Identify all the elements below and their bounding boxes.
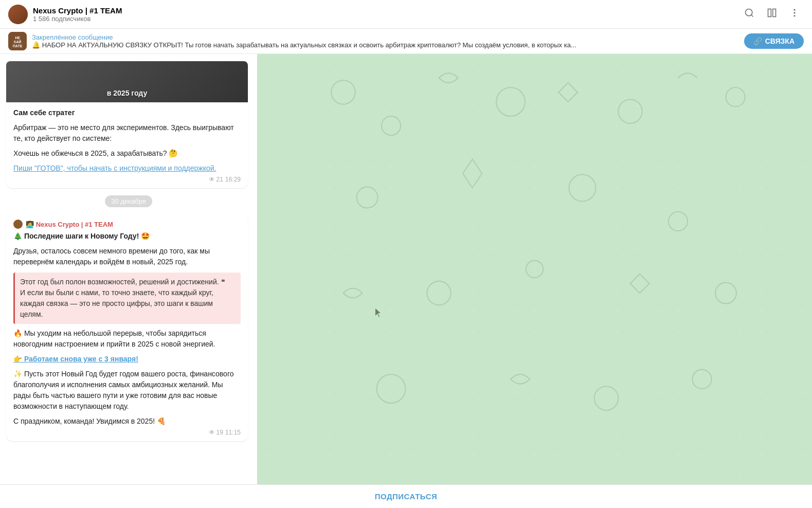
message-time-1: 16:29 xyxy=(225,176,241,183)
svg-rect-3 xyxy=(773,9,776,17)
svg-point-22 xyxy=(377,374,406,403)
svg-point-24 xyxy=(692,370,711,389)
message-views-1: 👁 21 xyxy=(209,176,223,183)
svg-point-12 xyxy=(382,116,401,135)
header-info: Nexus Crypto | #1 TEAM 1 586 подписчиков xyxy=(33,6,740,23)
doodle-svg xyxy=(257,54,812,484)
svg-point-6 xyxy=(793,15,795,16)
message-text-1: Сам себе стратег Арбитраж — это не место… xyxy=(13,107,241,174)
svg-point-14 xyxy=(618,99,642,123)
message-views-2: 👁 19 xyxy=(209,429,223,436)
pinned-text: 🔔 НАБОР НА АКТУАЛЬНУЮ СВЯЗКУ ОТКРЫТ! Ты … xyxy=(32,41,738,49)
svg-point-0 xyxy=(746,9,752,16)
sender-name-2: 👩‍💻 Nexus Crypto | #1 TEAM xyxy=(26,221,113,228)
svg-point-5 xyxy=(793,12,795,13)
svg-point-23 xyxy=(594,386,619,410)
svg-text:НЕ: НЕ xyxy=(15,36,20,40)
more-icon xyxy=(789,8,800,21)
channel-title: Nexus Crypto | #1 TEAM xyxy=(33,6,740,15)
pinned-channel-icon: НЕ ХАЙ ПАТЕ xyxy=(8,32,27,50)
svg-point-16 xyxy=(357,187,378,208)
svg-line-1 xyxy=(751,15,753,17)
subscribe-bar: ПОДПИСАТЬСЯ xyxy=(0,484,812,508)
svg-text:ПАТЕ: ПАТЕ xyxy=(13,44,23,48)
message-time-2: 11:15 xyxy=(225,429,241,436)
pinned-bar: НЕ ХАЙ ПАТЕ Закреплённое сообщение 🔔 НАБ… xyxy=(0,29,812,54)
chat-header: Nexus Crypto | #1 TEAM 1 586 подписчиков xyxy=(0,0,812,29)
message-bubble-2: 👩‍💻 Nexus Crypto | #1 TEAM 🎄 Последние ш… xyxy=(6,214,248,441)
columns-button[interactable] xyxy=(763,5,781,24)
pinned-content[interactable]: Закреплённое сообщение 🔔 НАБОР НА АКТУАЛ… xyxy=(32,33,738,49)
svg-point-11 xyxy=(331,80,355,104)
working-link[interactable]: 👉 Работаем снова уже с 3 января! xyxy=(13,355,138,363)
subscribe-button[interactable]: ПОДПИСАТЬСЯ xyxy=(375,492,438,501)
svg-point-20 xyxy=(526,261,543,278)
message-footer-2: 👁 19 11:15 xyxy=(13,429,241,436)
svg-point-21 xyxy=(715,283,736,304)
message-wrapper-2: 👩‍💻 Nexus Crypto | #1 TEAM 🎄 Последние ш… xyxy=(0,213,257,442)
eye-icon-1: 👁 xyxy=(209,176,215,183)
sender-avatar-2 xyxy=(13,220,23,229)
chat-background xyxy=(257,54,812,484)
search-icon xyxy=(744,8,754,21)
svg-point-13 xyxy=(496,87,525,116)
svg-point-18 xyxy=(669,212,688,231)
more-button[interactable] xyxy=(785,5,804,24)
channel-avatar xyxy=(8,5,28,24)
message-footer-1: 👁 21 16:29 xyxy=(13,176,241,183)
avatar-image xyxy=(8,5,28,24)
messages-panel: в 2025 году Сам себе стратег Арбитраж — … xyxy=(0,54,257,484)
pinned-bell-icon: 🔔 xyxy=(32,41,40,49)
svg-point-19 xyxy=(427,281,451,305)
svg-rect-2 xyxy=(768,9,771,17)
subscriber-count: 1 586 подписчиков xyxy=(33,15,740,23)
message-image-1: в 2025 году xyxy=(6,61,248,102)
date-divider: 30 декабря xyxy=(0,195,257,207)
columns-icon xyxy=(767,8,777,21)
pinned-label: Закреплённое сообщение xyxy=(32,33,738,41)
svg-point-4 xyxy=(793,9,795,11)
message-link-1[interactable]: Пиши "ГОТОВ", чтобы начать с инструкциям… xyxy=(13,164,216,172)
pinned-action-button[interactable]: 🔗 СВЯЗКА xyxy=(744,33,804,49)
quote-block-2: Этот год был полон возможностей, решений… xyxy=(13,273,241,324)
pinned-message-text: НАБОР НА АКТУАЛЬНУЮ СВЯЗКУ ОТКРЫТ! Ты го… xyxy=(42,41,576,49)
svg-point-17 xyxy=(569,174,596,201)
search-button[interactable] xyxy=(740,5,759,24)
date-pill: 30 декабря xyxy=(105,195,152,207)
pinned-btn-label: СВЯЗКА xyxy=(765,37,795,45)
pinned-btn-icon: 🔗 xyxy=(753,37,762,45)
message-wrapper-1: в 2025 году Сам себе стратег Арбитраж — … xyxy=(0,60,257,189)
chat-area: в 2025 году Сам себе стратег Арбитраж — … xyxy=(0,54,812,484)
header-actions xyxy=(740,5,804,24)
message-sender-2: 👩‍💻 Nexus Crypto | #1 TEAM xyxy=(13,220,241,229)
message-text-2: 🎄 Последние шаги к Новому Году! 🤩 Друзья… xyxy=(13,231,241,427)
svg-point-15 xyxy=(726,87,745,106)
message-bubble-1: в 2025 году Сам себе стратег Арбитраж — … xyxy=(6,61,248,188)
eye-icon-2: 👁 xyxy=(209,429,215,436)
svg-text:ХАЙ: ХАЙ xyxy=(14,40,22,44)
